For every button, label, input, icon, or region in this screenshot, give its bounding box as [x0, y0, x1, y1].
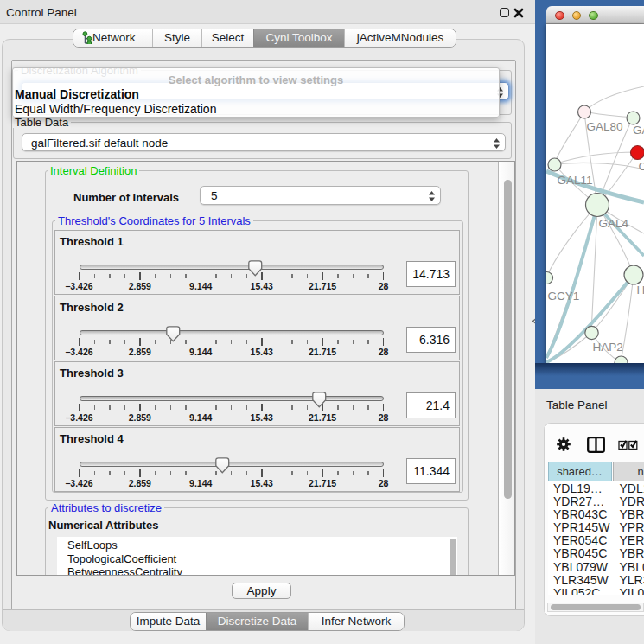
- svg-text:GCY1: GCY1: [547, 289, 579, 302]
- svg-text:C: C: [638, 160, 644, 173]
- svg-text:GAL11: GAL11: [557, 173, 592, 186]
- svg-text:GAL80: GAL80: [586, 119, 622, 132]
- svg-text:H: H: [636, 283, 644, 296]
- svg-text:HAP2: HAP2: [592, 341, 622, 354]
- svg-text:GAL4: GAL4: [598, 216, 628, 229]
- svg-text:GA: GA: [633, 123, 644, 136]
